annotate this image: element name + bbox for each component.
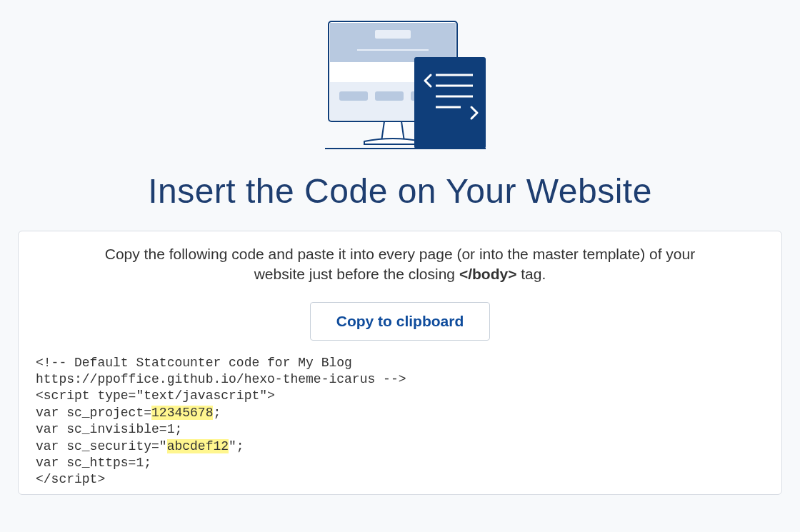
svg-rect-9 [414,57,486,149]
code-highlight-security: abcdef12 [167,439,229,453]
code-line-8: </script> [36,472,105,486]
code-line-4b: ; [213,406,221,420]
copy-button-wrap: Copy to clipboard [33,302,767,341]
svg-rect-6 [375,91,404,101]
svg-rect-1 [330,23,456,62]
page-title: Insert the Code on Your Website [18,171,782,211]
computer-code-icon [293,14,507,161]
code-highlight-project: 12345678 [151,406,213,420]
code-line-7: var sc_https=1; [36,456,151,470]
code-line-1: <!-- Default Statcounter code for My Blo… [36,356,352,370]
hero-illustration [18,14,782,161]
code-card: Copy the following code and paste it int… [18,231,782,495]
code-line-6b: "; [229,439,244,453]
code-block[interactable]: <!-- Default Statcounter code for My Blo… [33,355,767,494]
instruction-after: tag. [516,266,546,282]
code-line-2: https://ppoffice.github.io/hexo-theme-ic… [36,372,406,386]
instruction-text: Copy the following code and paste it int… [86,244,714,285]
code-line-5: var sc_invisible=1; [36,422,182,436]
code-line-3: <script type="text/javascript"> [36,388,275,403]
code-line-6a: var sc_security=" [36,439,167,453]
svg-rect-5 [339,91,368,101]
page-container: Insert the Code on Your Website Copy the… [0,0,800,495]
instruction-before: Copy the following code and paste it int… [105,246,695,282]
instruction-tag: </body> [459,266,517,282]
svg-rect-2 [375,30,411,39]
code-line-4a: var sc_project= [36,406,151,420]
code-area: <!-- Default Statcounter code for My Blo… [33,355,767,494]
copy-to-clipboard-button[interactable]: Copy to clipboard [310,302,491,341]
